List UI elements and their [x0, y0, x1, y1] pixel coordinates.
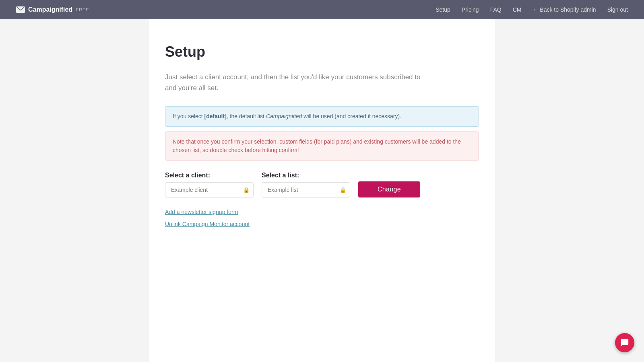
nav-cm[interactable]: CM — [513, 6, 522, 13]
chat-bubble[interactable] — [615, 333, 634, 352]
navbar: Campaignified FREE Setup Pricing FAQ CM … — [0, 0, 644, 19]
alert-warning: Note that once you confirm your selectio… — [165, 132, 479, 160]
add-newsletter-link[interactable]: Add a newsletter signup form — [165, 209, 238, 215]
nav-back-shopify[interactable]: ← Back to Shopify admin — [533, 6, 596, 13]
alert-info-highlight: [default] — [204, 113, 227, 119]
client-group: Select a client: 🔒 — [165, 172, 254, 197]
page-subtitle: Just select a client account, and then t… — [165, 72, 423, 93]
page-title: Setup — [165, 43, 479, 60]
action-links: Add a newsletter signup form Unlink Camp… — [165, 209, 479, 227]
alert-warning-text: Note that once you confirm your selectio… — [173, 138, 461, 153]
nav-links: Setup Pricing FAQ CM ← Back to Shopify a… — [436, 6, 628, 13]
client-label: Select a client: — [165, 172, 254, 179]
nav-faq[interactable]: FAQ — [490, 6, 502, 13]
brand-badge: FREE — [76, 7, 89, 12]
alert-info: If you select [default], the default lis… — [165, 106, 479, 127]
list-input-wrapper: 🔒 — [262, 182, 350, 197]
change-button[interactable]: Change — [358, 181, 420, 197]
nav-setup[interactable]: Setup — [436, 6, 450, 13]
nav-sign-out[interactable]: Sign out — [607, 6, 628, 13]
client-input-wrapper: 🔒 — [165, 182, 254, 197]
form-row: Select a client: 🔒 Select a list: 🔒 Chan… — [165, 172, 479, 197]
list-lock-icon: 🔒 — [340, 187, 346, 193]
list-label: Select a list: — [262, 172, 350, 179]
mail-icon — [16, 6, 25, 13]
alert-info-suffix: , the default list — [227, 113, 266, 119]
alert-info-prefix: If you select — [173, 113, 204, 119]
unlink-campaign-link[interactable]: Unlink Campaign Monitor account — [165, 221, 250, 227]
app-name: Campaignified — [28, 6, 72, 13]
brand: Campaignified FREE — [16, 6, 89, 13]
client-lock-icon: 🔒 — [243, 187, 250, 193]
client-input[interactable] — [165, 182, 254, 197]
nav-pricing[interactable]: Pricing — [462, 6, 479, 13]
alert-info-end: will be used (and created if necessary). — [302, 113, 401, 119]
list-input[interactable] — [262, 182, 350, 197]
chat-icon — [620, 338, 629, 347]
main-content: Setup Just select a client account, and … — [149, 19, 495, 362]
alert-info-italic: Campaignified — [266, 113, 302, 119]
list-group: Select a list: 🔒 — [262, 172, 350, 197]
